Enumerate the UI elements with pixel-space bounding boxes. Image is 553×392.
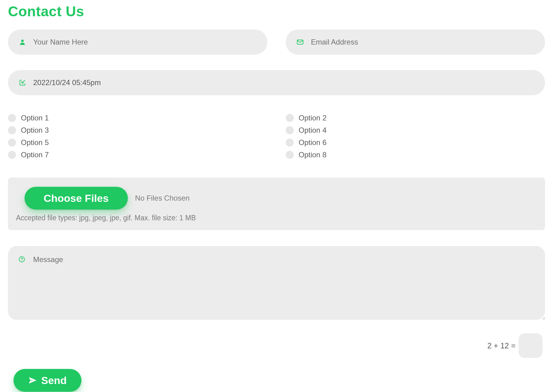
checkbox-input[interactable] bbox=[8, 126, 16, 134]
checkbox-option-8: Option 8 bbox=[286, 151, 545, 159]
name-input[interactable] bbox=[8, 29, 267, 55]
checkbox-option-2: Option 2 bbox=[286, 114, 545, 122]
checkbox-label: Option 6 bbox=[299, 138, 327, 147]
send-button-label: Send bbox=[41, 374, 67, 386]
checkbox-label: Option 1 bbox=[21, 114, 49, 122]
message-textarea[interactable] bbox=[8, 246, 545, 320]
name-field-wrapper bbox=[8, 29, 267, 55]
checkbox-label: Option 2 bbox=[299, 114, 327, 122]
checkbox-option-4: Option 4 bbox=[286, 126, 545, 135]
message-field-wrapper bbox=[8, 246, 545, 321]
datetime-field-wrapper bbox=[8, 70, 545, 95]
checkbox-label: Option 8 bbox=[299, 151, 327, 159]
checkbox-input[interactable] bbox=[286, 139, 294, 147]
email-input[interactable] bbox=[286, 29, 545, 55]
checkbox-input[interactable] bbox=[286, 126, 294, 134]
question-circle-icon bbox=[18, 256, 26, 264]
file-upload-section: Choose Files No Files Chosen Accepted fi… bbox=[8, 178, 545, 230]
checkbox-option-6: Option 6 bbox=[286, 138, 545, 147]
checkbox-input[interactable] bbox=[8, 139, 16, 147]
checkbox-input[interactable] bbox=[286, 114, 294, 122]
svg-point-0 bbox=[21, 40, 24, 42]
checkbox-option-3: Option 3 bbox=[8, 126, 267, 135]
send-button[interactable]: Send bbox=[14, 369, 81, 392]
checkbox-input[interactable] bbox=[8, 114, 16, 122]
checkbox-label: Option 4 bbox=[299, 126, 327, 135]
choose-files-button[interactable]: Choose Files bbox=[25, 187, 128, 210]
svg-point-3 bbox=[22, 260, 22, 261]
checkbox-option-7: Option 7 bbox=[8, 151, 267, 159]
paper-plane-icon bbox=[28, 376, 37, 385]
checkbox-group: Option 1 Option 2 Option 3 Option 4 Opti… bbox=[8, 114, 545, 159]
envelope-icon bbox=[296, 38, 304, 46]
checkbox-input[interactable] bbox=[286, 151, 294, 159]
file-status-text: No Files Chosen bbox=[135, 194, 190, 202]
checkbox-label: Option 7 bbox=[21, 151, 49, 159]
checkbox-label: Option 5 bbox=[21, 138, 49, 147]
checkbox-label: Option 3 bbox=[21, 126, 49, 135]
file-hint-text: Accepted file types: jpg, jpeg, jpe, gif… bbox=[16, 214, 537, 222]
arrow-down-right-box-icon bbox=[18, 79, 26, 87]
page-title: Contact Us bbox=[8, 3, 545, 20]
user-icon bbox=[18, 38, 26, 46]
captcha-input[interactable] bbox=[519, 333, 543, 358]
datetime-input[interactable] bbox=[8, 70, 545, 95]
captcha-question: 2 + 12 = bbox=[487, 341, 516, 350]
email-field-wrapper bbox=[286, 29, 545, 55]
checkbox-option-1: Option 1 bbox=[8, 114, 267, 122]
checkbox-option-5: Option 5 bbox=[8, 138, 267, 147]
captcha-row: 2 + 12 = bbox=[8, 333, 545, 358]
checkbox-input[interactable] bbox=[8, 151, 16, 159]
